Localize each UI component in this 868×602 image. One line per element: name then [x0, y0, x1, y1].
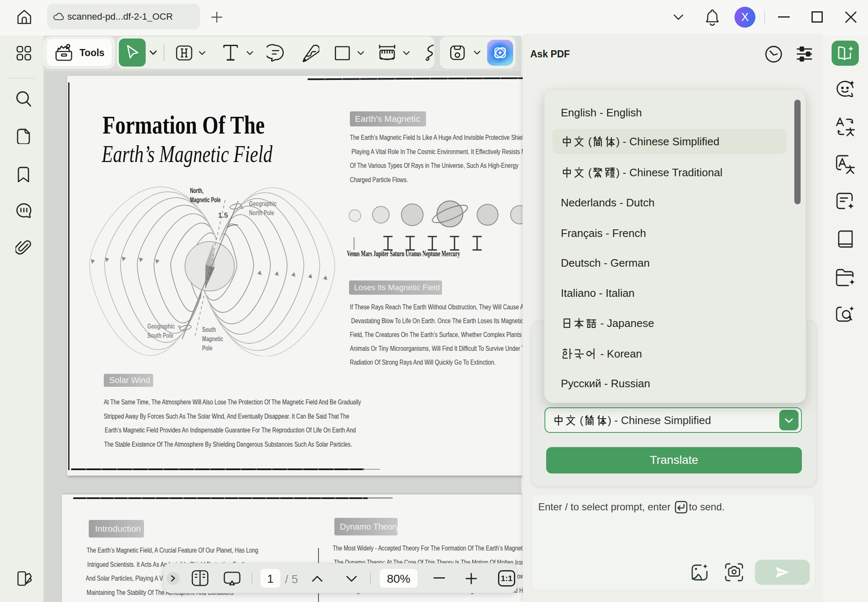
svg-text:1.5: 1.5 — [218, 211, 228, 219]
